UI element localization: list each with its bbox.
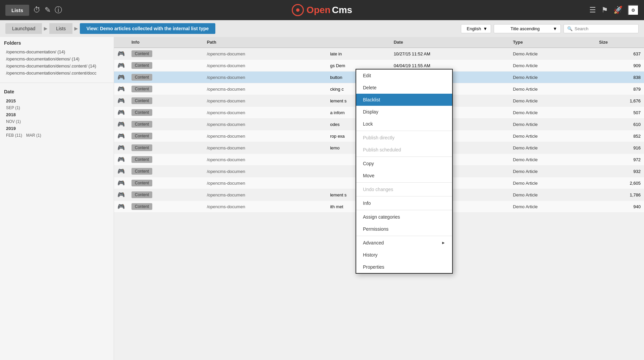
context-menu-divider (356, 196, 452, 196)
row-type: Demo Article (509, 130, 596, 142)
month-feb-2019[interactable]: FEB (11) (6, 133, 22, 138)
context-menu-label-publish_directly: Publish directly (363, 135, 394, 140)
row-content-btn[interactable]: Content (128, 189, 204, 201)
context-menu-item-copy[interactable]: Copy (356, 158, 452, 170)
folder-item-3[interactable]: /opencms-documentation/demos/.content/ (… (4, 62, 110, 70)
context-menu-item-assign_categories[interactable]: Assign categories (356, 211, 452, 223)
context-menu-item-move[interactable]: Move (356, 170, 452, 182)
context-menu-item-properties[interactable]: Properties (356, 261, 452, 273)
months-2018: NOV (1) (4, 119, 110, 125)
row-gamepad-icon: 🎮 (114, 72, 128, 83)
row-type: Demo Article (509, 95, 596, 107)
row-type: Demo Article (509, 60, 596, 72)
lang-chevron: ▼ (483, 26, 487, 31)
context-menu-label-copy: Copy (363, 161, 374, 166)
breadcrumb-lists[interactable]: Lists (49, 23, 72, 34)
breadcrumb-active[interactable]: View: Demo articles collected with the i… (80, 23, 216, 34)
row-content-btn[interactable]: Content (128, 130, 204, 142)
year-2015: 2015 (4, 97, 110, 105)
context-menu-item-lock[interactable]: Lock (356, 118, 452, 130)
row-size: 916 (596, 142, 644, 154)
row-size: 940 (596, 201, 644, 213)
row-gamepad-icon: 🎮 (114, 154, 128, 166)
row-path: /opencms-documen (204, 72, 327, 83)
row-size: 909 (596, 60, 644, 72)
context-menu-label-properties: Properties (363, 264, 384, 270)
folder-item-4[interactable]: /opencms-documentation/demos/.content/do… (4, 70, 110, 77)
row-gamepad-icon: 🎮 (114, 189, 128, 201)
context-menu-item-edit[interactable]: Edit (356, 70, 452, 82)
row-size: 972 (596, 154, 644, 166)
row-path: /opencms-documen (204, 189, 327, 201)
row-content-btn[interactable]: Content (128, 201, 204, 213)
col-date[interactable]: Date (390, 37, 510, 48)
row-content-btn[interactable]: Content (128, 107, 204, 119)
top-header: Lists ⏱ ✎ ⓘ Open Cms ☰ ⚑ 🚀 ⚙ (0, 0, 644, 20)
gear-icon[interactable]: ⚙ (628, 5, 639, 15)
context-menu-item-advanced[interactable]: Advanced► (356, 237, 452, 249)
edit-icon[interactable]: ✎ (45, 6, 51, 14)
date-section: Date 2015 SEP (1) 2018 NOV (1) 2019 FEB … (0, 86, 114, 142)
search-input[interactable] (575, 26, 635, 31)
folder-item-2[interactable]: /opencms-documentation/demos/ (14) (4, 55, 110, 62)
folder-item-1[interactable]: /opencms-documentation/ (14) (4, 48, 110, 55)
info-icon[interactable]: ⓘ (55, 5, 62, 15)
row-path: /opencms-documen (204, 119, 327, 130)
context-menu-label-undo_changes: Undo changes (363, 187, 393, 192)
context-menu-divider (356, 236, 452, 236)
context-menu-item-blacklist[interactable]: Blacklist (356, 94, 452, 106)
row-content-btn[interactable]: Content (128, 177, 204, 189)
col-info[interactable]: Info (128, 37, 204, 48)
row-content-btn[interactable]: Content (128, 60, 204, 72)
header-left: Lists ⏱ ✎ ⓘ (5, 5, 62, 16)
sort-label: Title ascending (511, 26, 540, 31)
col-path[interactable]: Path (204, 37, 327, 48)
row-content-btn[interactable]: Content (128, 72, 204, 83)
col-size[interactable]: Size (596, 37, 644, 48)
context-menu-label-assign_categories: Assign categories (363, 214, 400, 220)
col-title[interactable] (327, 37, 390, 48)
row-size: 932 (596, 166, 644, 177)
months-2019: FEB (11) MAR (1) (4, 132, 110, 138)
row-size: 507 (596, 107, 644, 119)
row-content-btn[interactable]: Content (128, 83, 204, 95)
row-path: /opencms-documen (204, 142, 327, 154)
submenu-arrow: ► (441, 240, 445, 245)
row-content-btn[interactable]: Content (128, 154, 204, 166)
month-sep-2015[interactable]: SEP (1) (6, 105, 20, 110)
rocket-icon[interactable]: 🚀 (613, 6, 623, 14)
lists-button[interactable]: Lists (5, 5, 29, 16)
context-menu-item-delete[interactable]: Delete (356, 82, 452, 94)
search-box: 🔍 (564, 24, 639, 33)
context-menu-item-history[interactable]: History (356, 249, 452, 261)
context-menu-label-display: Display (363, 109, 378, 115)
context-menu-item-publish_scheduled: Publish scheduled (356, 144, 452, 156)
row-content-btn[interactable]: Content (128, 48, 204, 60)
month-mar-2019[interactable]: MAR (1) (26, 133, 41, 138)
menu-icon[interactable]: ☰ (589, 6, 596, 14)
row-content-btn[interactable]: Content (128, 142, 204, 154)
year-2018: 2018 (4, 111, 110, 119)
month-nov-2018[interactable]: NOV (1) (6, 119, 21, 124)
row-path: /opencms-documen (204, 60, 327, 72)
context-menu-item-display[interactable]: Display (356, 106, 452, 118)
col-type[interactable]: Type (509, 37, 596, 48)
language-selector[interactable]: English ▼ (461, 24, 491, 33)
history-icon[interactable]: ⏱ (33, 6, 41, 14)
row-path: /opencms-documen (204, 83, 327, 95)
table-row[interactable]: 🎮 Content /opencms-documen late in 10/27… (114, 48, 644, 60)
bookmark-icon[interactable]: ⚑ (601, 6, 608, 14)
context-menu-item-info[interactable]: Info (356, 197, 452, 209)
sort-selector[interactable]: Title ascending ▼ (494, 24, 561, 33)
row-path: /opencms-documen (204, 130, 327, 142)
context-menu-item-permissions[interactable]: Permissions (356, 223, 452, 235)
row-size: 1,786 (596, 189, 644, 201)
row-type: Demo Article (509, 154, 596, 166)
header-right: ☰ ⚑ 🚀 ⚙ (589, 5, 639, 15)
months-2015: SEP (1) (4, 105, 110, 111)
row-content-btn[interactable]: Content (128, 95, 204, 107)
row-content-btn[interactable]: Content (128, 119, 204, 130)
row-content-btn[interactable]: Content (128, 166, 204, 177)
breadcrumb-launchpad[interactable]: Launchpad (5, 23, 42, 34)
row-size: 1,676 (596, 95, 644, 107)
